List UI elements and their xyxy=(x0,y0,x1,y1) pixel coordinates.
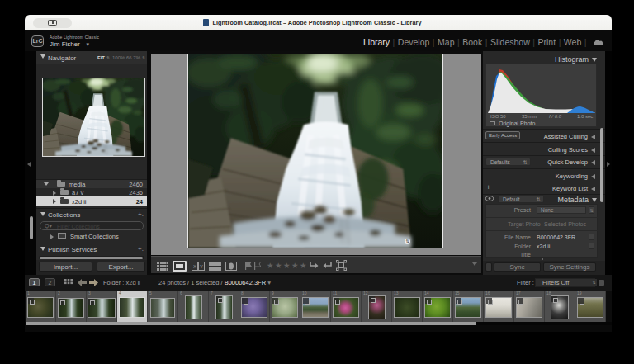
svg-text:X: X xyxy=(193,264,196,269)
svg-text:Y: Y xyxy=(200,264,203,269)
